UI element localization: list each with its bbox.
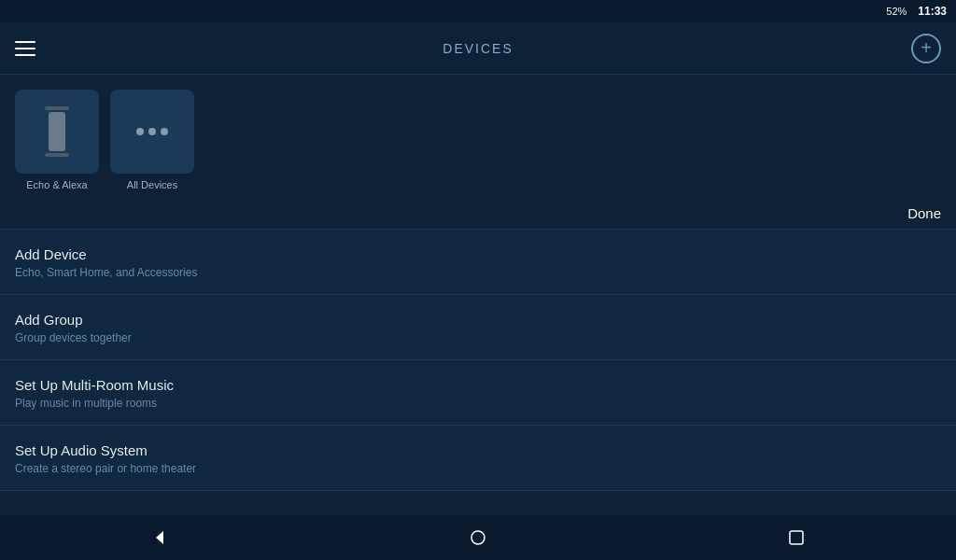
add-device-subtitle: Echo, Smart Home, and Accessories	[15, 266, 941, 279]
battery-percent: 52%	[886, 6, 907, 17]
multiroom-music-title: Set Up Multi-Room Music	[15, 377, 941, 393]
done-row: Done	[0, 198, 956, 230]
svg-rect-6	[790, 531, 803, 544]
menu-button[interactable]	[15, 41, 35, 56]
device-grid: Echo & Alexa All Devices	[0, 75, 956, 198]
all-devices-wrapper: All Devices	[110, 90, 194, 190]
multiroom-music-item[interactable]: Set Up Multi-Room Music Play music in mu…	[0, 360, 956, 426]
audio-system-title: Set Up Audio System	[15, 442, 941, 458]
clock: 11:33	[918, 5, 947, 18]
audio-system-item[interactable]: Set Up Audio System Create a stereo pair…	[0, 426, 956, 491]
echo-alexa-wrapper: Echo & Alexa	[15, 90, 99, 190]
all-devices-icon	[136, 128, 168, 135]
page-title: DEVICES	[443, 41, 513, 56]
back-button[interactable]	[137, 515, 182, 560]
add-group-subtitle: Group devices together	[15, 331, 941, 344]
all-devices-label: All Devices	[127, 179, 177, 190]
done-button[interactable]: Done	[907, 205, 941, 221]
audio-system-subtitle: Create a stereo pair or home theater	[15, 462, 941, 475]
all-devices-card[interactable]	[110, 90, 194, 174]
add-button[interactable]: +	[911, 34, 941, 63]
multiroom-music-subtitle: Play music in multiple rooms	[15, 397, 941, 410]
echo-alexa-card[interactable]	[15, 90, 99, 174]
status-bar: 52% 11:33	[0, 0, 956, 22]
svg-marker-4	[156, 531, 163, 544]
add-group-title: Add Group	[15, 312, 941, 328]
add-device-title: Add Device	[15, 246, 941, 262]
hamburger-icon	[15, 54, 35, 56]
home-button[interactable]	[456, 515, 500, 560]
add-group-item[interactable]: Add Group Group devices together	[0, 295, 956, 360]
menu-list: Add Device Echo, Smart Home, and Accesso…	[0, 230, 956, 491]
bottom-navigation	[0, 515, 956, 560]
echo-alexa-label: Echo & Alexa	[26, 179, 87, 190]
hamburger-icon	[15, 48, 35, 49]
add-device-item[interactable]: Add Device Echo, Smart Home, and Accesso…	[0, 230, 956, 295]
app-header: DEVICES +	[0, 22, 956, 75]
recent-apps-button[interactable]	[774, 515, 819, 560]
echo-device-icon	[45, 106, 69, 157]
hamburger-icon	[15, 41, 35, 43]
svg-point-5	[471, 531, 485, 544]
